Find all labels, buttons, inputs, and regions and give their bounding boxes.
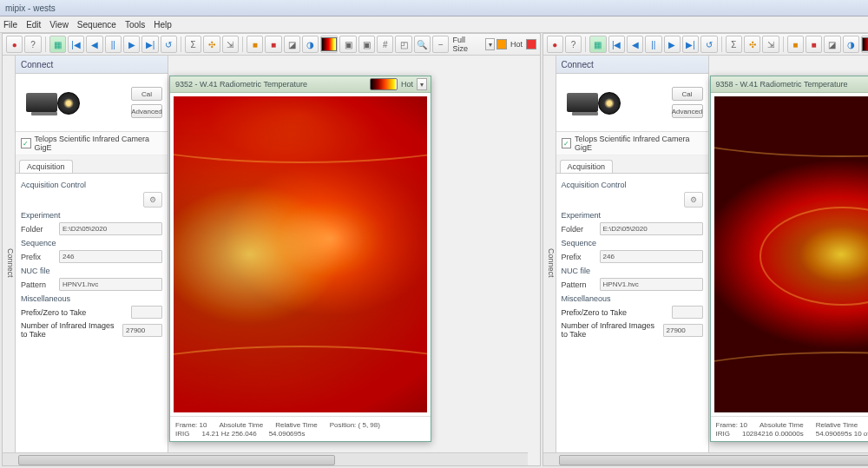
misc-b-input[interactable]: 27900 xyxy=(122,324,162,337)
exclaim-icon[interactable]: ? xyxy=(24,36,41,53)
palette-label[interactable]: Hot xyxy=(509,40,524,49)
misc-b-input[interactable]: 27900 xyxy=(663,324,703,337)
rewind-icon[interactable]: |◀ xyxy=(608,36,625,53)
misc-a-label: Prefix/Zero to Take xyxy=(562,308,668,317)
menu-tools[interactable]: Tools xyxy=(125,20,145,30)
thermal-titlebar[interactable]: 9352 - W.41 Radiometric Temperature Hot … xyxy=(170,76,431,93)
status-2a: IRIG xyxy=(175,430,189,438)
prefix-input[interactable]: 246 xyxy=(600,250,703,263)
status-reltime: Relative Time xyxy=(816,421,858,429)
zoom-out-icon[interactable]: − xyxy=(432,36,449,53)
h-scrollbar[interactable] xyxy=(543,452,868,465)
menu-sequence[interactable]: Sequence xyxy=(77,20,116,30)
p4-icon[interactable]: ◑ xyxy=(302,36,319,53)
palette-icon[interactable] xyxy=(370,78,398,90)
zoom-in-icon[interactable]: 🔍 xyxy=(414,36,431,53)
thermal-window[interactable]: 9358 - W.41 Radiometric Temperature Hot … xyxy=(710,76,868,442)
p3-icon[interactable]: ◪ xyxy=(284,36,300,53)
measure-icon[interactable]: ✣ xyxy=(744,36,760,53)
measure-icon[interactable]: ✣ xyxy=(203,36,220,53)
pattern-label: Pattern xyxy=(562,280,596,289)
p7-icon[interactable]: # xyxy=(377,36,393,53)
grad-palette-icon[interactable] xyxy=(861,36,868,53)
pattern-input[interactable]: HPNV1.hvc xyxy=(59,278,162,291)
thermal-title: 9358 - W.41 Radiometric Temperature xyxy=(716,80,848,89)
ff-icon[interactable]: ▶| xyxy=(682,36,699,53)
palette-dropdown-icon[interactable]: ▾ xyxy=(417,78,427,90)
sigma-icon[interactable]: Σ xyxy=(726,36,742,53)
menu-edit[interactable]: Edit xyxy=(26,20,41,30)
thermal-image[interactable] xyxy=(174,96,427,412)
thermal-titlebar[interactable]: 9358 - W.41 Radiometric Temperature Hot … xyxy=(711,76,868,93)
exclaim-icon[interactable]: ? xyxy=(565,36,582,53)
pattern-input[interactable]: HPNV1.hvc xyxy=(600,278,703,291)
play-icon[interactable]: ▶ xyxy=(664,36,681,53)
prefix-label: Prefix xyxy=(21,253,56,261)
side-tab-connect[interactable]: Connect xyxy=(543,56,556,465)
camera-checkbox[interactable]: ✓ xyxy=(562,138,572,148)
grad-palette-icon[interactable] xyxy=(320,36,338,53)
play-icon[interactable]: ▶ xyxy=(123,36,140,53)
h-scrollbar[interactable] xyxy=(3,452,528,465)
titlebar: mipix - wests xyxy=(0,0,868,16)
swatch-1-icon[interactable] xyxy=(496,39,507,49)
menu-help[interactable]: Help xyxy=(154,20,172,30)
advanced-button[interactable]: Advanced xyxy=(672,104,703,118)
p8-icon[interactable]: ◰ xyxy=(395,36,411,53)
zoom-dropdown-icon[interactable]: ▾ xyxy=(485,38,496,50)
ruler-icon[interactable]: ⇲ xyxy=(762,36,779,53)
prefix-input[interactable]: 246 xyxy=(59,250,162,263)
status-2a: IRIG xyxy=(716,430,730,438)
cycle-icon[interactable]: ↺ xyxy=(161,36,177,53)
p1-icon[interactable]: ■ xyxy=(247,36,263,53)
thermal-window[interactable]: 9352 - W.41 Radiometric Temperature Hot … xyxy=(169,76,431,442)
camera-icon xyxy=(562,86,621,119)
ruler-icon[interactable]: ⇲ xyxy=(222,36,239,53)
p2-icon[interactable]: ■ xyxy=(265,36,281,53)
ff-icon[interactable]: ▶| xyxy=(141,36,158,53)
stop-icon[interactable]: ● xyxy=(547,36,563,53)
tab-acquisition[interactable]: Acquisition xyxy=(19,160,73,173)
folder-input[interactable]: E:\D2\05\2020 xyxy=(600,222,703,235)
thumbnail-icon[interactable]: ▦ xyxy=(589,36,606,53)
step-back-icon[interactable]: ◀ xyxy=(86,36,102,53)
status-2c: 54.090695s 10 of Img [18] xyxy=(816,430,868,438)
rewind-icon[interactable]: |◀ xyxy=(68,36,84,53)
thumbnail-icon[interactable]: ▦ xyxy=(49,36,66,53)
swatch-2-icon[interactable] xyxy=(526,39,536,49)
tab-acquisition[interactable]: Acquisition xyxy=(560,160,614,173)
sigma-icon[interactable]: Σ xyxy=(185,36,201,53)
form: Acquisition Control ⚙ Experiment Folder … xyxy=(556,174,708,465)
pattern-label: Pattern xyxy=(21,280,56,289)
folder-label: Folder xyxy=(21,225,56,234)
cal-button[interactable]: Cal xyxy=(672,87,703,101)
p6-icon[interactable]: ▣ xyxy=(358,36,375,53)
misc-a-input[interactable] xyxy=(672,306,703,319)
misc-a-input[interactable] xyxy=(131,306,162,319)
camera-label: Telops Scientific Infrared Camera GigE xyxy=(575,135,702,152)
advanced-button[interactable]: Advanced xyxy=(131,104,162,118)
p3-icon[interactable]: ◪ xyxy=(824,36,840,53)
acq-settings-button[interactable]: ⚙ xyxy=(684,192,703,208)
cycle-icon[interactable]: ↺ xyxy=(700,36,717,53)
p1-icon[interactable]: ■ xyxy=(787,36,804,53)
camera-label: Telops Scientific Infrared Camera GigE xyxy=(35,135,162,152)
menu-file[interactable]: File xyxy=(3,20,17,30)
palette-name[interactable]: Hot xyxy=(401,80,413,89)
step-back-icon[interactable]: ◀ xyxy=(627,36,643,53)
p2-icon[interactable]: ■ xyxy=(806,36,822,53)
stop-icon[interactable]: ● xyxy=(6,36,23,53)
folder-input[interactable]: E:\D2\05\2020 xyxy=(59,222,162,235)
acq-settings-button[interactable]: ⚙ xyxy=(143,192,162,208)
pane-left: ● ? ▦ |◀ ◀ || ▶ ▶| ↺ Σ ✣ ⇲ ■ ■ ◪ ◑ ▣ xyxy=(2,33,541,466)
cal-button[interactable]: Cal xyxy=(131,87,162,101)
pause-icon[interactable]: || xyxy=(645,36,661,53)
pause-icon[interactable]: || xyxy=(105,36,122,53)
side-tab-connect[interactable]: Connect xyxy=(3,56,16,465)
camera-checkbox[interactable]: ✓ xyxy=(21,138,31,148)
zoom-label[interactable]: Full Size xyxy=(450,36,483,53)
menu-view[interactable]: View xyxy=(49,20,69,30)
p4-icon[interactable]: ◑ xyxy=(843,36,859,53)
p5-icon[interactable]: ▣ xyxy=(339,36,356,53)
thermal-image[interactable] xyxy=(714,96,868,412)
